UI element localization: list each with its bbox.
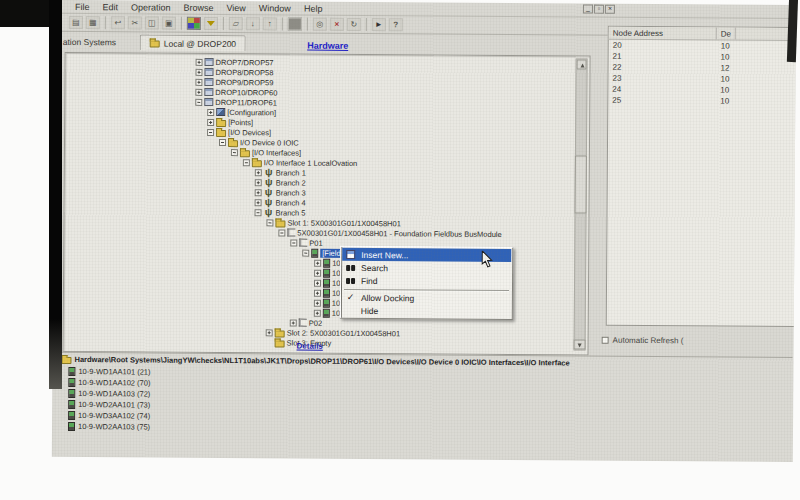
expand-toggle[interactable] bbox=[243, 159, 250, 166]
expand-toggle[interactable] bbox=[314, 299, 321, 306]
toolbar-separator bbox=[105, 16, 106, 29]
port-icon bbox=[299, 239, 307, 247]
expand-toggle[interactable] bbox=[195, 68, 202, 75]
refresh-icon[interactable] bbox=[347, 18, 361, 31]
tree-node-label: [I/O Interfaces] bbox=[252, 148, 301, 157]
undo-icon[interactable] bbox=[111, 16, 125, 29]
folder-icon bbox=[216, 119, 226, 126]
menu-browse[interactable]: Browse bbox=[183, 2, 213, 12]
expand-toggle[interactable] bbox=[255, 199, 262, 206]
device-icon bbox=[68, 422, 75, 431]
restore-icon[interactable] bbox=[594, 5, 604, 14]
save-icon[interactable] bbox=[86, 16, 100, 29]
expand-toggle[interactable] bbox=[266, 219, 273, 226]
vertical-scrollbar[interactable] bbox=[574, 58, 588, 350]
paste-icon[interactable] bbox=[162, 17, 176, 30]
menu-help[interactable]: Help bbox=[304, 3, 323, 13]
tree-node-label: DROP8/DROP58 bbox=[215, 67, 273, 76]
expand-toggle[interactable] bbox=[207, 118, 214, 125]
tree-node-label: Branch 3 bbox=[276, 188, 306, 197]
menu-operation[interactable]: Operation bbox=[131, 2, 171, 12]
automatic-refresh-checkbox[interactable] bbox=[602, 337, 609, 344]
camera-icon[interactable] bbox=[288, 17, 302, 30]
expand-toggle[interactable] bbox=[290, 239, 297, 246]
expand-toggle[interactable] bbox=[195, 88, 202, 95]
menu-item-find[interactable]: Find bbox=[342, 274, 511, 288]
expand-toggle[interactable] bbox=[195, 78, 202, 85]
menu-item-label: Find bbox=[361, 276, 378, 286]
device-item-label: 10-9-WD2AA101 (73) bbox=[78, 400, 150, 410]
folder-icon bbox=[240, 150, 250, 157]
expand-toggle[interactable] bbox=[196, 58, 203, 65]
check-icon bbox=[345, 293, 356, 302]
expand-toggle[interactable] bbox=[302, 249, 309, 256]
insert-new-icon bbox=[346, 250, 355, 259]
table-row[interactable]: 2510 bbox=[608, 95, 796, 107]
expand-toggle[interactable] bbox=[219, 139, 226, 146]
menu-item-label: Insert New... bbox=[361, 250, 408, 260]
cut-icon[interactable] bbox=[128, 16, 142, 29]
drop-icon bbox=[204, 88, 213, 96]
open-icon[interactable] bbox=[229, 17, 243, 30]
colors-icon[interactable] bbox=[187, 17, 201, 30]
menu-item-hide[interactable]: Hide bbox=[342, 304, 511, 318]
expand-toggle[interactable] bbox=[314, 289, 321, 296]
expand-toggle[interactable] bbox=[290, 319, 297, 326]
tree-node-label: Branch 1 bbox=[276, 168, 306, 177]
search-icon[interactable] bbox=[313, 18, 327, 31]
expand-toggle[interactable] bbox=[314, 309, 321, 316]
expand-toggle[interactable] bbox=[254, 209, 261, 216]
cell-device: 10 bbox=[716, 95, 733, 106]
binoculars-icon bbox=[346, 264, 350, 270]
binoculars-icon bbox=[346, 277, 350, 283]
device-icon bbox=[323, 258, 330, 267]
expand-toggle[interactable] bbox=[231, 149, 238, 156]
scroll-up-icon[interactable] bbox=[577, 60, 587, 70]
expand-toggle[interactable] bbox=[207, 128, 214, 135]
expand-toggle[interactable] bbox=[314, 279, 321, 286]
mouse-cursor-icon bbox=[481, 251, 493, 273]
expand-toggle[interactable] bbox=[255, 169, 262, 176]
port-icon bbox=[299, 319, 307, 327]
expand-toggle[interactable] bbox=[195, 98, 202, 105]
expand-toggle[interactable] bbox=[314, 269, 321, 276]
device-icon bbox=[311, 248, 318, 257]
tree-node-label: DROP10/DROP60 bbox=[215, 87, 277, 96]
device-icon bbox=[68, 378, 75, 387]
filter-icon[interactable] bbox=[204, 17, 218, 30]
toolbar-separator bbox=[366, 18, 367, 31]
expand-toggle[interactable] bbox=[255, 179, 262, 186]
scrollbar-thumb[interactable] bbox=[575, 155, 587, 213]
device-item-label: 10-9-WD1AA103 (72) bbox=[78, 389, 150, 399]
expand-toggle[interactable] bbox=[314, 259, 321, 266]
expand-toggle[interactable] bbox=[207, 108, 214, 115]
close-icon[interactable] bbox=[605, 5, 615, 14]
scroll-down-icon[interactable] bbox=[574, 339, 586, 349]
menu-edit[interactable]: Edit bbox=[102, 2, 118, 12]
export-icon[interactable] bbox=[263, 17, 277, 30]
expand-toggle[interactable] bbox=[255, 189, 262, 196]
column-node-address[interactable]: Node Address bbox=[609, 27, 717, 40]
printer-icon[interactable] bbox=[69, 16, 83, 29]
details-link[interactable]: Details bbox=[297, 341, 334, 352]
cell-device: 10 bbox=[717, 40, 734, 51]
import-icon[interactable] bbox=[246, 17, 260, 30]
menu-item-allow-docking[interactable]: Allow Docking bbox=[342, 291, 511, 305]
column-device[interactable]: De bbox=[717, 27, 736, 39]
expand-toggle[interactable] bbox=[266, 329, 273, 336]
expand-toggle[interactable] bbox=[278, 229, 285, 236]
menu-window[interactable]: Window bbox=[259, 3, 291, 13]
tree-node-label: I/O Device 0 IOIC bbox=[240, 138, 299, 147]
delete-icon[interactable] bbox=[330, 18, 344, 31]
copy-icon[interactable] bbox=[145, 16, 159, 29]
minimize-icon[interactable] bbox=[583, 5, 593, 14]
folder-icon bbox=[275, 330, 285, 337]
device-icon bbox=[323, 288, 330, 297]
menu-file[interactable]: File bbox=[75, 1, 90, 11]
tree-node-label: Branch 5 bbox=[275, 208, 305, 217]
toolbar-separator bbox=[282, 17, 283, 30]
menu-view[interactable]: View bbox=[226, 3, 245, 13]
help-icon[interactable] bbox=[389, 18, 403, 31]
device-icon bbox=[323, 308, 330, 317]
run-icon[interactable] bbox=[372, 18, 386, 31]
